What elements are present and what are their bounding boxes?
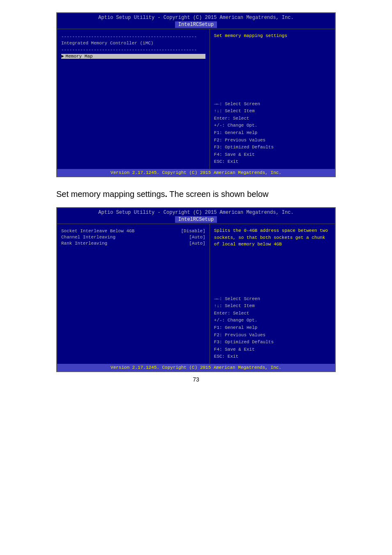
middle-text-rest: The screen is shown below xyxy=(167,190,268,199)
middle-text-section: Set memory mapping settings. The screen … xyxy=(56,190,336,199)
hint-f3-1: F3: Optimized Defaults xyxy=(214,144,331,151)
divider-top-1: ----------------------------------------… xyxy=(61,34,205,39)
setting-value-1: [Auto] xyxy=(189,235,205,240)
bios-right-1: Set memory mapping settings →←: Select S… xyxy=(210,29,335,169)
bios-footer-2: Version 2.17.1245. Copyright (C) 2015 Am… xyxy=(57,364,335,371)
bios-screen-1: Aptio Setup Utility - Copyright (C) 2015… xyxy=(56,12,336,177)
hint-f4-2: F4: Save & Exit xyxy=(214,346,331,354)
hint-select-screen-2: →←: Select Screen xyxy=(214,296,331,303)
hint-change-opt-1: +/-: Change Opt. xyxy=(214,122,331,130)
setting-label-0: Socket Interleave Below 4GB xyxy=(61,229,134,234)
bios-body-1: ----------------------------------------… xyxy=(57,29,335,169)
hint-esc-2: ESC: Exit xyxy=(214,353,331,361)
menu-item-label: Memory Map xyxy=(66,54,93,59)
header-title-2: Aptio Setup Utility - Copyright (C) 2015… xyxy=(58,210,334,215)
hint-select-item-1: ↑↓: Select Item xyxy=(214,108,331,115)
hint-select-screen-1: →←: Select Screen xyxy=(214,101,331,108)
hint-f2-2: F2: Previous Values xyxy=(214,332,331,339)
right-description-2: Splits the 0-4GB address space between t… xyxy=(214,227,331,248)
hint-esc-1: ESC: Exit xyxy=(214,158,331,166)
hint-change-opt-2: +/-: Change Opt. xyxy=(214,317,331,324)
hint-f2-1: F2: Previous Values xyxy=(214,137,331,144)
middle-text-normal: Set memory mapping settings xyxy=(56,190,165,199)
hint-enter-1: Enter: Select xyxy=(214,115,331,123)
right-hints-1: →←: Select Screen ↑↓: Select Item Enter:… xyxy=(214,101,331,166)
bios-header-2: Aptio Setup Utility - Copyright (C) 2015… xyxy=(57,208,335,224)
hint-select-item-2: ↑↓: Select Item xyxy=(214,303,331,310)
section-title-1: Integrated Memory Controller (iMC) xyxy=(61,41,205,46)
hint-f1-1: F1: General Help xyxy=(214,130,331,137)
setting-row-1[interactable]: Channel Interleaving [Auto] xyxy=(61,235,205,240)
bios-header-1: Aptio Setup Utility - Copyright (C) 2015… xyxy=(57,13,335,29)
setting-label-2: Rank Interleaving xyxy=(61,241,107,246)
hint-f1-2: F1: General Help xyxy=(214,324,331,332)
bios-left-1: ----------------------------------------… xyxy=(57,29,210,169)
header-title-1: Aptio Setup Utility - Copyright (C) 2015… xyxy=(58,15,334,21)
tab-1[interactable]: IntelRCSetup xyxy=(175,21,217,28)
setting-label-1: Channel Interleaving xyxy=(61,235,115,240)
setting-value-0: [Disable] xyxy=(181,229,205,234)
setting-row-0[interactable]: Socket Interleave Below 4GB [Disable] xyxy=(61,229,205,234)
bios-footer-1: Version 2.17.1245. Copyright (C) 2015 Am… xyxy=(57,169,335,176)
tab-2[interactable]: IntelRCSetup xyxy=(175,216,217,223)
hint-f4-1: F4: Save & Exit xyxy=(214,151,331,159)
hint-enter-2: Enter: Select xyxy=(214,310,331,317)
bios-right-2: Splits the 0-4GB address space between t… xyxy=(210,224,335,364)
hint-f3-2: F3: Optimized Defaults xyxy=(214,339,331,346)
page-number: 73 xyxy=(56,376,336,383)
bios-screen-2: Aptio Setup Utility - Copyright (C) 2015… xyxy=(56,207,336,372)
right-description-1: Set memory mapping settings xyxy=(214,32,331,39)
setting-row-2[interactable]: Rank Interleaving [Auto] xyxy=(61,241,205,246)
right-hints-2: →←: Select Screen ↑↓: Select Item Enter:… xyxy=(214,296,331,361)
menu-item-memory-map[interactable]: ► Memory Map xyxy=(61,54,205,59)
divider-bottom-1: ----------------------------------------… xyxy=(61,47,205,52)
bios-body-2: Socket Interleave Below 4GB [Disable] Ch… xyxy=(57,224,335,364)
arrow-icon: ► xyxy=(61,54,64,59)
bios-left-2: Socket Interleave Below 4GB [Disable] Ch… xyxy=(57,224,210,364)
setting-value-2: [Auto] xyxy=(189,241,205,246)
